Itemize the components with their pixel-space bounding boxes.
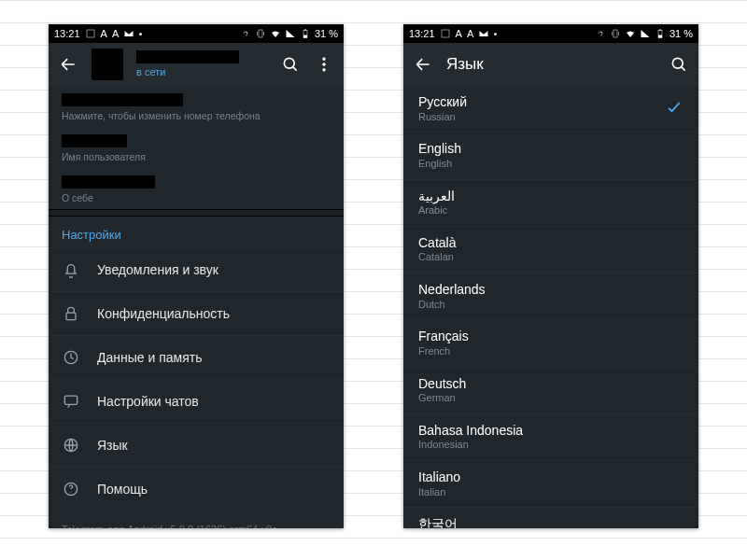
language-english: English <box>418 158 461 171</box>
avatar[interactable] <box>92 49 123 80</box>
more-button[interactable] <box>314 54 334 75</box>
svg-point-9 <box>323 69 326 72</box>
signal-icon <box>640 28 651 39</box>
svg-point-8 <box>323 63 326 66</box>
svg-point-21 <box>672 58 683 68</box>
status-time: 13:21 <box>54 28 80 39</box>
svg-point-7 <box>323 58 326 61</box>
language-item[interactable]: Bahasa IndonesiaIndonesian <box>403 414 698 461</box>
svg-point-6 <box>284 58 294 68</box>
username-hint: Имя пользователя <box>62 151 331 162</box>
bio-field[interactable]: О себе <box>49 168 344 209</box>
svg-rect-4 <box>303 35 307 38</box>
settings-scroll[interactable]: Нажмите, чтобы изменить номер телефона И… <box>49 86 344 528</box>
svg-rect-0 <box>87 30 94 37</box>
phone-hint: Нажмите, чтобы изменить номер телефона <box>62 110 331 121</box>
bell-icon <box>62 260 80 279</box>
language-item[interactable]: FrançaisFrench <box>403 320 698 367</box>
link-icon <box>595 28 606 39</box>
back-button[interactable] <box>413 54 433 75</box>
app-icon <box>85 28 96 39</box>
vibrate-icon <box>610 28 621 39</box>
battery-text: 31 % <box>669 28 693 39</box>
phone-settings: 13:21 A A 31 % в сети <box>49 24 344 528</box>
search-button[interactable] <box>669 54 689 75</box>
svg-rect-10 <box>66 313 76 320</box>
settings-item-privacy[interactable]: Конфиденциальность <box>49 291 344 335</box>
version-footer: Telegram для Android v5.8.0 (1626) arm64… <box>49 511 344 528</box>
svg-rect-19 <box>658 35 662 38</box>
svg-rect-15 <box>442 30 449 37</box>
settings-item-notifications[interactable]: Уведомления и звук <box>49 247 344 291</box>
settings-item-label: Конфиденциальность <box>97 306 230 321</box>
language-item[interactable]: 한국어Korean <box>403 508 698 528</box>
username-field[interactable]: Имя пользователя <box>49 127 344 168</box>
globe-icon <box>62 436 80 455</box>
language-native: English <box>418 141 461 158</box>
language-english: Catalan <box>418 251 456 264</box>
language-native: Nederlands <box>418 282 486 299</box>
vibrate-icon <box>255 28 266 39</box>
language-item[interactable]: РусскийRussian <box>403 86 698 133</box>
battery-icon <box>300 28 311 39</box>
status-letter-icon: A <box>101 28 107 39</box>
language-native: Italiano <box>418 469 460 486</box>
mail-icon <box>478 28 489 39</box>
language-native: العربية <box>418 189 455 205</box>
more-icon <box>494 33 497 35</box>
check-icon <box>665 98 684 119</box>
settings-item-help[interactable]: Помощь <box>49 467 344 511</box>
settings-item-label: Помощь <box>97 482 148 497</box>
language-item[interactable]: ItalianoItalian <box>403 461 698 508</box>
lock-icon <box>62 304 80 323</box>
signal-icon <box>285 28 296 39</box>
app-icon <box>440 28 451 39</box>
bio-hint: О себе <box>62 192 331 203</box>
language-item[interactable]: NederlandsDutch <box>403 273 698 320</box>
svg-rect-2 <box>259 30 262 37</box>
app-bar: в сети <box>49 43 344 86</box>
wifi-icon <box>625 28 636 39</box>
svg-rect-20 <box>659 30 661 31</box>
language-english: French <box>418 345 469 358</box>
language-native: Русский <box>418 94 467 111</box>
language-native: Deutsch <box>418 376 466 393</box>
settings-item-label: Настройки чатов <box>97 394 199 409</box>
svg-rect-17 <box>613 30 617 37</box>
phone-field[interactable]: Нажмите, чтобы изменить номер телефона <box>49 86 344 127</box>
language-item[interactable]: EnglishEnglish <box>403 133 698 179</box>
status-time: 13:21 <box>409 28 435 39</box>
section-header: Настройки <box>49 217 344 247</box>
app-bar: Язык <box>403 43 698 86</box>
settings-item-chats[interactable]: Настройки чатов <box>49 379 344 423</box>
language-english: Dutch <box>418 299 486 312</box>
online-status: в сети <box>136 66 239 77</box>
status-bar: 13:21 A A 31 % <box>403 24 698 43</box>
status-bar: 13:21 A A 31 % <box>49 24 344 43</box>
status-letter-icon: A <box>456 28 462 39</box>
status-letter-icon: A <box>112 28 119 39</box>
back-button[interactable] <box>58 54 78 75</box>
chat-icon <box>62 392 80 411</box>
language-list[interactable]: РусскийRussianEnglishEnglishالعربيةArabi… <box>403 86 698 528</box>
title-column: в сети <box>136 50 239 77</box>
settings-item-label: Данные и память <box>97 350 202 365</box>
search-button[interactable] <box>280 54 301 75</box>
settings-item-language[interactable]: Язык <box>49 423 344 467</box>
divider <box>49 209 344 217</box>
more-icon <box>139 33 142 35</box>
phone-language: 13:21 A A 31 % Язык РусскийRussianEnglis… <box>403 24 698 528</box>
language-native: Bahasa Indonesia <box>418 423 523 440</box>
language-item[interactable]: DeutschGerman <box>403 368 698 414</box>
user-name-redacted <box>136 50 239 63</box>
settings-item-label: Уведомления и звук <box>97 262 218 277</box>
language-english: Russian <box>418 111 467 124</box>
language-native: Català <box>418 235 456 252</box>
language-item[interactable]: CatalàCatalan <box>403 227 698 273</box>
settings-item-data[interactable]: Данные и память <box>49 335 344 379</box>
wifi-icon <box>270 28 281 39</box>
help-icon <box>62 480 80 498</box>
language-english: Arabic <box>418 204 455 217</box>
language-item[interactable]: العربيةArabic <box>403 180 698 227</box>
language-english: Indonesian <box>418 439 523 452</box>
